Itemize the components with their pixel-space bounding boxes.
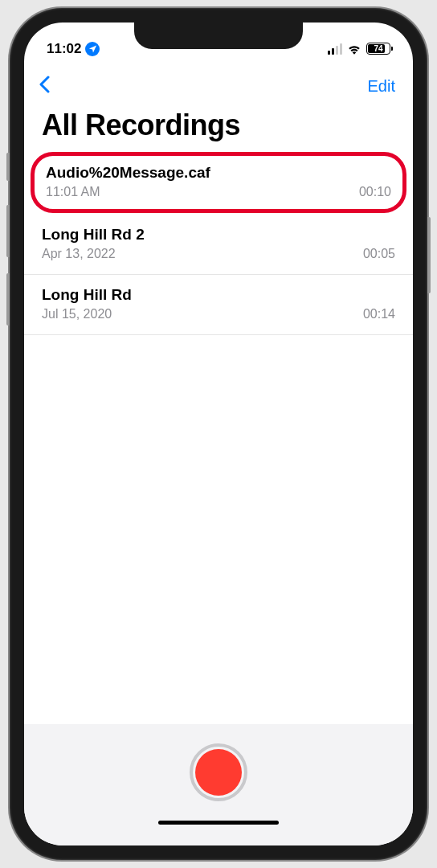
recording-item[interactable]: Audio%20Message.caf 11:01 AM 00:10 — [31, 152, 406, 213]
home-indicator[interactable] — [158, 821, 279, 825]
chevron-left-icon — [39, 76, 50, 93]
record-button[interactable] — [190, 743, 247, 801]
power-button — [427, 217, 431, 293]
recording-duration: 00:05 — [363, 247, 395, 261]
recording-name: Long Hill Rd — [42, 286, 395, 304]
recording-meta: Jul 15, 2020 00:14 — [42, 307, 395, 321]
battery-icon: 74 — [366, 43, 390, 55]
page-title: All Recordings — [24, 105, 413, 152]
recording-meta: Apr 13, 2022 00:05 — [42, 247, 395, 261]
recording-date: Jul 15, 2020 — [42, 307, 112, 321]
nav-bar: Edit — [24, 67, 413, 105]
recordings-list[interactable]: Audio%20Message.caf 11:01 AM 00:10 Long … — [24, 152, 413, 724]
battery-percent: 74 — [374, 44, 382, 53]
recording-item[interactable]: Long Hill Rd Jul 15, 2020 00:14 — [24, 275, 413, 335]
status-time: 11:02 — [47, 41, 81, 57]
bottom-panel — [24, 724, 413, 845]
recording-date: Apr 13, 2022 — [42, 247, 116, 261]
recording-item[interactable]: Long Hill Rd 2 Apr 13, 2022 00:05 — [24, 215, 413, 275]
recording-name: Long Hill Rd 2 — [42, 226, 395, 244]
back-button[interactable] — [39, 73, 50, 99]
status-left: 11:02 — [47, 41, 100, 57]
recording-date: 11:01 AM — [46, 185, 100, 199]
recording-duration: 00:14 — [363, 307, 395, 321]
volume-down-button — [6, 273, 10, 326]
recording-meta: 11:01 AM 00:10 — [46, 185, 391, 199]
phone-frame: 11:02 74 — [10, 8, 427, 860]
status-right: 74 — [328, 43, 390, 55]
notch — [134, 23, 303, 49]
recording-name: Audio%20Message.caf — [46, 164, 391, 182]
wifi-icon — [347, 43, 361, 55]
recording-duration: 00:10 — [359, 185, 391, 199]
volume-up-button — [6, 205, 10, 257]
edit-button[interactable]: Edit — [368, 77, 395, 96]
location-services-icon — [85, 42, 100, 56]
cellular-signal-icon — [328, 43, 342, 55]
record-icon — [195, 749, 242, 796]
mute-switch — [6, 153, 10, 181]
screen: 11:02 74 — [24, 23, 413, 845]
